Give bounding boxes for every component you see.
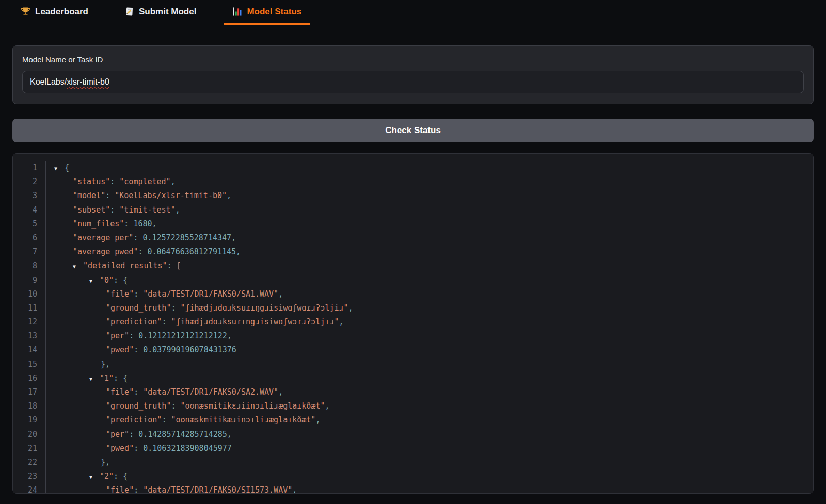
json-token: : (129, 430, 138, 439)
json-token: "2" (100, 472, 114, 481)
collapse-triangle-icon[interactable]: ▼ (89, 470, 96, 484)
json-token: , (339, 317, 344, 327)
input-value-prefix: KoelLabs/ (30, 77, 67, 87)
line-number: 4 (13, 203, 46, 217)
json-line: 10"file": "data/TEST/DR1/FAKS0/SA1.WAV", (13, 287, 813, 301)
trophy-icon (21, 7, 30, 17)
line-content: "average_pwed": 0.06476636812791145, (46, 245, 813, 259)
json-line: 16▼"1": { (13, 371, 813, 385)
json-token: "ground_truth" (106, 303, 171, 313)
json-token: "KoelLabs/xlsr-timit-b0" (115, 191, 227, 200)
json-line: 22}, (13, 456, 813, 469)
json-token: : (138, 247, 147, 256)
check-status-button[interactable]: Check Status (12, 119, 814, 142)
collapse-triangle-icon[interactable]: ▼ (89, 274, 96, 288)
json-token: : (114, 373, 123, 383)
json-token: , (278, 387, 283, 397)
json-line: 15}, (13, 357, 813, 371)
line-number: 10 (13, 287, 46, 301)
json-token: "status" (73, 177, 110, 186)
line-number: 19 (13, 413, 46, 427)
line-content: "status": "completed", (46, 175, 813, 189)
page-content: Model Name or Task ID KoelLabs/xlsr-timi… (0, 45, 826, 494)
json-token: : (134, 289, 143, 299)
json-result-viewer: 1▼{2"status": "completed",3"model": "Koe… (12, 153, 814, 494)
json-token: "0" (100, 275, 114, 285)
json-line: 4"subset": "timit-test", (13, 203, 813, 217)
line-number: 5 (13, 217, 46, 231)
json-token: }, (101, 360, 110, 369)
json-token: , (292, 485, 297, 494)
json-token: : (171, 401, 180, 411)
json-token: "pwed" (106, 345, 134, 354)
line-number: 23 (13, 469, 46, 483)
json-token: "per" (106, 430, 129, 439)
model-name-input[interactable]: KoelLabs/xlsr-timit-b0 (22, 71, 804, 93)
tab-leaderboard[interactable]: Leaderboard (12, 0, 97, 25)
tab-model-status[interactable]: Model Status (224, 0, 310, 25)
line-number: 7 (13, 245, 46, 259)
json-token: "average_per" (73, 233, 133, 242)
json-token: : (105, 191, 115, 200)
json-token: : (171, 303, 180, 313)
json-line: 23▼"2": { (13, 469, 813, 483)
line-content: "num_files": 1680, (46, 217, 813, 231)
line-content: ▼"2": { (46, 469, 813, 483)
json-token: 0.037990196078431376 (143, 345, 236, 354)
line-number: 15 (13, 357, 46, 371)
collapse-triangle-icon[interactable]: ▼ (73, 259, 80, 273)
line-number: 24 (13, 483, 46, 494)
json-line: 11"ground_truth": "ʃihædjɹdɑɹksuɾɪŋgɹisi… (13, 301, 813, 315)
json-token: "completed" (119, 177, 170, 186)
line-number: 8 (13, 259, 46, 273)
json-token: : (129, 331, 138, 340)
json-token: , (348, 303, 353, 313)
json-token: : (162, 415, 171, 425)
json-token: 0.12572285528714347 (142, 233, 231, 242)
json-token: "average_pwed" (73, 247, 138, 256)
line-content: "model": "KoelLabs/xlsr-timit-b0", (46, 189, 813, 203)
json-line: 9▼"0": { (13, 273, 813, 287)
json-line: 7"average_pwed": 0.06476636812791145, (13, 245, 813, 259)
input-value-misspelled: xlsr-timit-b0 (67, 77, 109, 87)
json-token: : (110, 205, 119, 215)
line-number: 17 (13, 385, 46, 399)
line-number: 2 (13, 175, 46, 189)
line-content: "file": "data/TEST/DR1/FAKS0/SA1.WAV", (46, 287, 813, 301)
tab-submit-model[interactable]: Submit Model (116, 0, 204, 25)
json-token: { (65, 163, 69, 172)
json-token: : (133, 233, 142, 242)
json-token: : (167, 261, 177, 270)
json-line: 1▼{ (13, 161, 813, 175)
line-number: 22 (13, 456, 46, 469)
collapse-triangle-icon[interactable]: ▼ (54, 161, 61, 175)
json-token: "file" (106, 387, 134, 397)
line-number: 16 (13, 371, 46, 385)
model-input-label: Model Name or Task ID (22, 55, 804, 64)
json-token: : (110, 177, 119, 186)
json-token: { (123, 275, 128, 285)
collapse-triangle-icon[interactable]: ▼ (89, 372, 96, 386)
json-token: , (236, 247, 241, 256)
json-token: "data/TEST/DR1/FAKS0/SA1.WAV" (143, 289, 278, 299)
json-token: "ground_truth" (106, 401, 171, 411)
json-line: 20"per": 0.14285714285714285, (13, 428, 813, 442)
line-content: "subset": "timit-test", (46, 203, 813, 217)
json-token: { (123, 373, 128, 383)
line-content: "per": 0.12121212121212122, (46, 329, 813, 343)
json-token: , (325, 401, 329, 411)
memo-icon (124, 7, 134, 17)
json-token: , (227, 430, 232, 439)
json-token: }, (101, 458, 110, 467)
json-line: 21"pwed": 0.10632183908045977 (13, 442, 813, 456)
line-content: }, (46, 456, 813, 469)
line-content: "ground_truth": "oʊnæsmitikɛɹiinɔɪliɹægl… (46, 399, 813, 413)
json-line: 24"file": "data/TEST/DR1/FAKS0/SI1573.WA… (13, 483, 813, 494)
json-token: 1680 (133, 219, 152, 229)
line-number: 18 (13, 399, 46, 413)
json-token: "1" (100, 373, 114, 383)
json-line: 2"status": "completed", (13, 175, 813, 189)
json-line: 14"pwed": 0.037990196078431376 (13, 343, 813, 357)
json-token: 0.06476636812791145 (148, 247, 236, 256)
line-content: "prediction": "oʊnæskmitikæɹinɔɪliɹæglaɪ… (46, 413, 813, 427)
